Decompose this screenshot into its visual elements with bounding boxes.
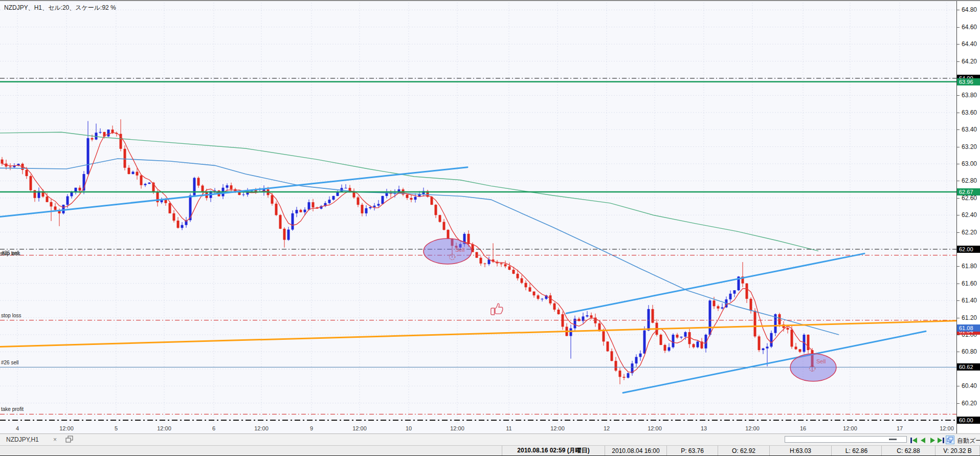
status-cell: P: 63.76 [667, 446, 718, 455]
price-marker-label: 62.00 [957, 246, 980, 253]
time-axis-label: 12 [604, 425, 610, 431]
sell-marker-label: Sell [455, 247, 464, 253]
tab-close-icon[interactable]: × [53, 436, 57, 443]
price-tick [957, 129, 960, 130]
price-tick [957, 403, 960, 404]
time-axis-label: 12:00 [352, 425, 367, 431]
price-tick [957, 215, 960, 215]
price-tick [957, 44, 960, 45]
window-restore-icon[interactable] [65, 436, 75, 445]
chart-canvas[interactable]: SellSell#25 sellstop lossstop loss#26 se… [0, 1, 956, 433]
status-cell: 2010.08.04 16:00 [605, 446, 667, 455]
price-tick-label: 63.60 [962, 109, 977, 116]
price-marker-label: 60.62 [957, 363, 980, 371]
price-tick-label: 61.80 [962, 263, 977, 270]
time-axis-label: 12:00 [940, 425, 954, 431]
order-line-label: #26 sell [1, 360, 18, 365]
price-tick-label: 63.80 [962, 92, 977, 99]
price-tick-label: 61.20 [962, 314, 977, 321]
status-cell: H:63.03 [770, 446, 832, 455]
price-chart[interactable]: SellSell#25 sellstop lossstop loss#26 se… [0, 1, 956, 433]
price-tick [957, 181, 960, 181]
skip-start-button[interactable] [910, 437, 918, 443]
price-tick-label: 61.40 [962, 297, 977, 304]
status-cell: C: 62.88 [882, 446, 936, 455]
price-tick [957, 386, 960, 386]
price-tick [957, 27, 960, 28]
time-axis-label: 12:00 [648, 425, 662, 431]
trading-app-window: SellSell#25 sellstop lossstop loss#26 se… [0, 0, 980, 456]
price-tick-label: 64.40 [962, 40, 977, 48]
horizontal-scrollbar[interactable] [785, 436, 907, 443]
price-tick [957, 113, 960, 113]
status-cell: V: 20.32 B [936, 446, 980, 455]
time-axis-label: 13 [701, 425, 707, 431]
status-cell: L: 62.86 [832, 446, 882, 455]
chart-tab-bar: NZDJPY,H1 × 自動ズーム [0, 433, 980, 445]
status-cell: 2010.08.16 02:59 (月曜日) [502, 446, 605, 455]
order-line-label: stop loss [0, 251, 20, 256]
time-axis-label: 4 [16, 425, 19, 431]
price-tick-label: 63.40 [962, 126, 977, 133]
price-tick [957, 147, 960, 147]
price-tick-label: 62.40 [962, 211, 977, 219]
price-axis[interactable]: 60.2060.4060.8061.0061.2061.4061.6061.80… [956, 1, 980, 433]
time-axis-label: 16 [800, 425, 806, 431]
price-tick [957, 300, 960, 301]
chart-title-overlay: NZDJPY、H1、セル:20、スケール:92 % [4, 4, 116, 12]
order-line-label: stop loss [1, 313, 21, 318]
price-tick [957, 318, 960, 318]
price-tick-label: 60.20 [962, 400, 977, 407]
price-tick-label: 64.60 [962, 24, 977, 31]
price-tick [957, 352, 960, 352]
status-filler [0, 446, 502, 455]
status-bar: 2010.08.16 02:59 (月曜日)2010.08.04 16:00P:… [0, 445, 980, 455]
price-tick [957, 266, 960, 267]
time-axis-label: 12:00 [254, 425, 269, 431]
time-axis-label: 5 [115, 425, 118, 431]
price-marker-label: 63.96 [957, 78, 980, 85]
price-tick [957, 232, 960, 233]
price-tick-label: 63.20 [962, 143, 977, 150]
skip-end-button[interactable] [937, 437, 945, 443]
time-axis-label: 12:00 [450, 425, 464, 431]
order-line-label: take profit [1, 406, 24, 412]
price-tick-label: 61.60 [962, 280, 977, 287]
price-tick [957, 198, 960, 199]
time-axis-label: 12:00 [59, 425, 74, 431]
price-tick-label: 64.80 [962, 6, 977, 13]
price-tick-label: 63.00 [962, 160, 977, 167]
time-axis-label: 12:00 [843, 425, 857, 431]
price-tick-label: 64.20 [962, 58, 977, 65]
step-back-button[interactable] [919, 437, 927, 443]
step-forward-button[interactable] [928, 437, 937, 443]
price-tick-label: 62.80 [962, 177, 977, 184]
tab-nzdjpy-h1[interactable]: NZDJPY,H1 [6, 436, 39, 443]
price-tick [957, 95, 960, 96]
auto-zoom-button[interactable] [946, 436, 954, 444]
price-tick [957, 61, 960, 62]
price-tick [957, 164, 960, 164]
time-axis-label: 10 [406, 425, 412, 431]
price-marker-label: 60.00 [957, 417, 980, 424]
price-tick [957, 10, 960, 10]
price-marker-label: 61.08 [957, 324, 980, 332]
time-axis-label: 12:00 [157, 425, 171, 431]
highlight-ellipse [790, 354, 836, 381]
time-axis-label: 12:00 [745, 425, 760, 431]
time-axis-label: 12:00 [550, 425, 565, 431]
sell-marker-label: Sell [816, 358, 826, 364]
price-tick-label: 60.40 [962, 382, 977, 389]
price-marker-label: 62.67 [957, 188, 980, 196]
time-axis-label: 6 [212, 425, 215, 431]
price-tick-label: 62.20 [962, 229, 977, 236]
price-tick [957, 284, 960, 284]
time-axis-label: 9 [310, 425, 313, 431]
scrollbar-thumb[interactable] [889, 439, 897, 440]
time-axis-label: 11 [506, 425, 511, 431]
price-tick-label: 60.80 [962, 348, 977, 355]
auto-zoom-label: 自動ズーム [957, 437, 980, 445]
status-cell: O: 62.92 [718, 446, 770, 455]
time-axis-label: 17 [897, 425, 903, 431]
